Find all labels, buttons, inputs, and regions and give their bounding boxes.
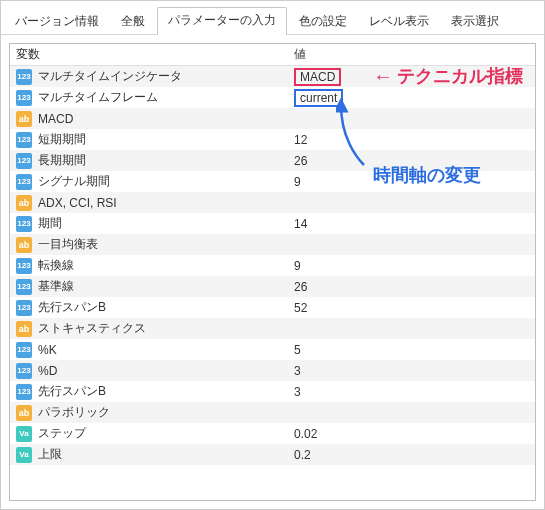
text-icon: ab bbox=[16, 195, 32, 211]
value-text: 26 bbox=[294, 280, 307, 294]
table-row[interactable]: abパラボリック bbox=[10, 402, 535, 423]
table-row[interactable]: 123先行スパンB3 bbox=[10, 381, 535, 402]
header-value[interactable]: 値 bbox=[288, 46, 535, 63]
tab-general[interactable]: 全般 bbox=[111, 9, 155, 35]
table-row[interactable]: ab一目均衡表 bbox=[10, 234, 535, 255]
value-cell[interactable]: 9 bbox=[288, 259, 535, 273]
variable-cell: ab一目均衡表 bbox=[10, 236, 288, 253]
value-cell[interactable]: 52 bbox=[288, 301, 535, 315]
value-cell[interactable]: 0.02 bbox=[288, 427, 535, 441]
table-row[interactable]: 123短期期間12 bbox=[10, 129, 535, 150]
value-icon: Va bbox=[16, 447, 32, 463]
table-row[interactable]: 123%K5 bbox=[10, 339, 535, 360]
variable-cell: 123長期期間 bbox=[10, 152, 288, 169]
variable-label: ADX, CCI, RSI bbox=[38, 196, 117, 210]
number-icon: 123 bbox=[16, 279, 32, 295]
table-row[interactable]: 123マルチタイムインジケータMACD bbox=[10, 66, 535, 87]
tab-display-select[interactable]: 表示選択 bbox=[441, 9, 509, 35]
table-row[interactable]: abADX, CCI, RSI bbox=[10, 192, 535, 213]
value-text: 3 bbox=[294, 364, 301, 378]
variable-label: マルチタイムフレーム bbox=[38, 89, 158, 106]
number-icon: 123 bbox=[16, 132, 32, 148]
tab-bar: バージョン情報 全般 パラメーターの入力 色の設定 レベル表示 表示選択 bbox=[1, 1, 544, 35]
text-icon: ab bbox=[16, 237, 32, 253]
number-icon: 123 bbox=[16, 258, 32, 274]
variable-cell: 123シグナル期間 bbox=[10, 173, 288, 190]
tab-parameter-input[interactable]: パラメーターの入力 bbox=[157, 7, 287, 35]
tab-color-settings[interactable]: 色の設定 bbox=[289, 9, 357, 35]
variable-cell: abパラボリック bbox=[10, 404, 288, 421]
value-cell[interactable]: 12 bbox=[288, 133, 535, 147]
variable-cell: abストキャスティクス bbox=[10, 320, 288, 337]
number-icon: 123 bbox=[16, 174, 32, 190]
value-cell[interactable]: 5 bbox=[288, 343, 535, 357]
tab-level-display[interactable]: レベル表示 bbox=[359, 9, 439, 35]
value-text: 9 bbox=[294, 259, 301, 273]
value-cell[interactable]: 3 bbox=[288, 385, 535, 399]
table-row[interactable]: 123期間14 bbox=[10, 213, 535, 234]
table-row[interactable]: 123基準線26 bbox=[10, 276, 535, 297]
table-row[interactable]: 123%D3 bbox=[10, 360, 535, 381]
variable-cell: abMACD bbox=[10, 111, 288, 127]
table-header: 変数 値 bbox=[10, 44, 535, 66]
table-row[interactable]: Va上限0.2 bbox=[10, 444, 535, 465]
variable-label: 上限 bbox=[38, 446, 62, 463]
value-cell[interactable]: MACD bbox=[288, 68, 535, 86]
variable-label: 転換線 bbox=[38, 257, 74, 274]
table-row[interactable]: 123シグナル期間9 bbox=[10, 171, 535, 192]
table-row[interactable]: abストキャスティクス bbox=[10, 318, 535, 339]
table-row[interactable]: Vaステップ0.02 bbox=[10, 423, 535, 444]
value-text: 3 bbox=[294, 385, 301, 399]
number-icon: 123 bbox=[16, 384, 32, 400]
variable-cell: 123マルチタイムフレーム bbox=[10, 89, 288, 106]
variable-label: 先行スパンB bbox=[38, 299, 106, 316]
value-cell[interactable]: 14 bbox=[288, 217, 535, 231]
header-variable[interactable]: 変数 bbox=[10, 46, 288, 63]
value-cell[interactable]: 0.2 bbox=[288, 448, 535, 462]
number-icon: 123 bbox=[16, 342, 32, 358]
variable-cell: 123%K bbox=[10, 342, 288, 358]
variable-cell: 123先行スパンB bbox=[10, 299, 288, 316]
value-text: 52 bbox=[294, 301, 307, 315]
value-cell[interactable]: current bbox=[288, 89, 535, 107]
variable-label: 長期期間 bbox=[38, 152, 86, 169]
value-text: 0.2 bbox=[294, 448, 311, 462]
variable-label: 期間 bbox=[38, 215, 62, 232]
variable-label: 一目均衡表 bbox=[38, 236, 98, 253]
table-row[interactable]: 123長期期間26 bbox=[10, 150, 535, 171]
variable-cell: Vaステップ bbox=[10, 425, 288, 442]
table-row[interactable]: 123マルチタイムフレームcurrent bbox=[10, 87, 535, 108]
value-text: MACD bbox=[294, 68, 341, 86]
variable-label: 先行スパンB bbox=[38, 383, 106, 400]
tab-version-info[interactable]: バージョン情報 bbox=[5, 9, 109, 35]
number-icon: 123 bbox=[16, 363, 32, 379]
value-icon: Va bbox=[16, 426, 32, 442]
variable-label: シグナル期間 bbox=[38, 173, 110, 190]
table-row[interactable]: 123転換線9 bbox=[10, 255, 535, 276]
variable-label: 基準線 bbox=[38, 278, 74, 295]
value-text: current bbox=[294, 89, 343, 107]
variable-label: %K bbox=[38, 343, 57, 357]
variable-label: ストキャスティクス bbox=[38, 320, 146, 337]
variable-cell: 123マルチタイムインジケータ bbox=[10, 68, 288, 85]
value-cell[interactable]: 9 bbox=[288, 175, 535, 189]
variable-label: %D bbox=[38, 364, 57, 378]
text-icon: ab bbox=[16, 321, 32, 337]
table-row[interactable]: 123先行スパンB52 bbox=[10, 297, 535, 318]
variable-label: MACD bbox=[38, 112, 73, 126]
text-icon: ab bbox=[16, 405, 32, 421]
table-row[interactable]: abMACD bbox=[10, 108, 535, 129]
number-icon: 123 bbox=[16, 90, 32, 106]
value-text: 9 bbox=[294, 175, 301, 189]
table-rows: 123マルチタイムインジケータMACD123マルチタイムフレームcurrenta… bbox=[10, 66, 535, 500]
value-cell[interactable]: 26 bbox=[288, 280, 535, 294]
tab-content: 変数 値 123マルチタイムインジケータMACD123マルチタイムフレームcur… bbox=[1, 35, 544, 509]
value-cell[interactable]: 3 bbox=[288, 364, 535, 378]
value-cell[interactable]: 26 bbox=[288, 154, 535, 168]
settings-window: バージョン情報 全般 パラメーターの入力 色の設定 レベル表示 表示選択 変数 … bbox=[0, 0, 545, 510]
variable-cell: 123先行スパンB bbox=[10, 383, 288, 400]
variable-cell: Va上限 bbox=[10, 446, 288, 463]
variable-label: 短期期間 bbox=[38, 131, 86, 148]
variable-label: ステップ bbox=[38, 425, 86, 442]
number-icon: 123 bbox=[16, 69, 32, 85]
